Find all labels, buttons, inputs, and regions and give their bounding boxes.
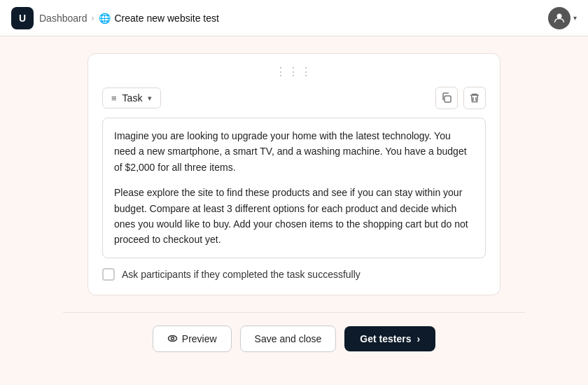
copy-button[interactable] [435, 87, 458, 109]
user-icon [554, 13, 565, 24]
checkbox-row: Ask participants if they completed the t… [102, 268, 486, 281]
eye-icon [167, 333, 178, 344]
save-close-button[interactable]: Save and close [240, 326, 337, 352]
trash-icon [469, 92, 480, 104]
checkbox-label: Ask participants if they completed the t… [122, 269, 360, 280]
chevron-down-icon: ▾ [148, 94, 152, 103]
task-para-1: Imagine you are looking to upgrade your … [114, 128, 474, 175]
logo[interactable]: U [11, 7, 34, 29]
main-content: ⋮⋮⋮ ≡ Task ▾ [0, 36, 588, 385]
avatar-button[interactable]: ▾ [548, 7, 577, 29]
delete-button[interactable] [463, 87, 486, 109]
task-text-area[interactable]: Imagine you are looking to upgrade your … [102, 118, 486, 258]
top-nav: U Dashboard › 🌐 Create new website test … [0, 0, 588, 36]
task-para-2: Please explore the site to find these pr… [114, 185, 474, 248]
svg-point-3 [171, 337, 174, 340]
svg-point-2 [168, 336, 176, 342]
breadcrumb-chevron: › [92, 13, 94, 23]
dashboard-link[interactable]: Dashboard [39, 13, 88, 24]
bottom-action-bar: Preview Save and close Get testers › [42, 313, 546, 369]
task-complete-checkbox[interactable] [102, 268, 115, 281]
task-dropdown-label: Task [122, 92, 143, 104]
breadcrumb: Dashboard › 🌐 Create new website test [39, 13, 219, 24]
avatar-caret: ▾ [573, 14, 577, 22]
svg-point-0 [557, 13, 562, 18]
drag-handle: ⋮⋮⋮ [102, 65, 486, 78]
lines-icon: ≡ [111, 93, 117, 104]
preview-button[interactable]: Preview [153, 326, 232, 352]
task-card: ⋮⋮⋮ ≡ Task ▾ [88, 53, 500, 295]
page-title-breadcrumb: 🌐 Create new website test [99, 13, 219, 24]
card-actions [435, 87, 486, 109]
get-testers-button[interactable]: Get testers › [344, 326, 435, 351]
testers-arrow: › [417, 333, 421, 344]
task-type-dropdown[interactable]: ≡ Task ▾ [102, 88, 161, 108]
copy-icon [441, 92, 452, 104]
globe-icon: 🌐 [99, 13, 111, 24]
avatar [548, 7, 570, 29]
card-header: ≡ Task ▾ [102, 87, 486, 109]
svg-rect-1 [444, 96, 451, 102]
nav-left: U Dashboard › 🌐 Create new website test [11, 7, 219, 29]
